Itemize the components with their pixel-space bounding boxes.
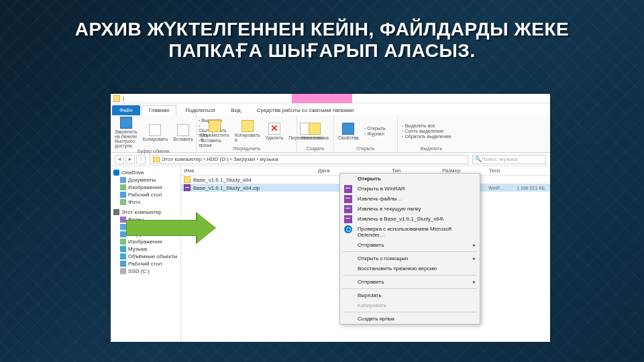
nav-music[interactable]: Музыка: [112, 245, 179, 253]
ctx-extract-here[interactable]: Извлечь в текущую папку: [340, 204, 480, 214]
ctx-open-winrar[interactable]: Открыть в WinRAR: [340, 184, 480, 194]
slide-title: АРХИВ ЖҮКТЕЛГЕННЕН КЕЙІН, ФАЙЛДАРДЫ ЖЕКЕ…: [54, 19, 590, 62]
nav-pictures[interactable]: Изображения: [112, 184, 179, 191]
col-tags: Теги: [489, 168, 500, 174]
qat-sep: |: [123, 95, 124, 101]
group-select-label: Выделить: [402, 145, 461, 151]
back-button[interactable]: ◄: [115, 155, 124, 164]
ctx-share[interactable]: Отправить: [340, 240, 480, 250]
defender-icon: [344, 225, 352, 233]
breadcrumb-text: Этот компьютер › HDD (D:) › Загрузки › м…: [162, 156, 278, 162]
nav-documents[interactable]: Документы: [112, 176, 179, 184]
explorer-window: | Файл Главная Поделиться Вид Средства р…: [111, 94, 550, 342]
file-name: Base_v1.6.1_Study_x64.zip: [193, 185, 260, 191]
ctx-extract-files[interactable]: Извлечь файлы…: [340, 194, 480, 204]
folder-icon: [153, 157, 160, 162]
ctx-open-with[interactable]: Открыть с помощью: [340, 253, 480, 263]
ctx-separator: [343, 251, 477, 252]
winrar-icon: [344, 195, 352, 203]
tab-share[interactable]: Поделиться: [178, 105, 222, 115]
select-none-button[interactable]: Снять выделение: [402, 129, 451, 133]
ctx-copy[interactable]: Копировать: [340, 300, 480, 310]
file-list: Имя Дата Тип Размер Теги Base_v1.6.1_Stu…: [181, 166, 550, 342]
nav-3d-objects[interactable]: Объёмные объекты: [112, 253, 179, 260]
nav-images-2[interactable]: Изображения: [112, 238, 179, 245]
breadcrumb[interactable]: Этот компьютер › HDD (D:) › Загрузки › м…: [150, 155, 468, 164]
ribbon-tabs: Файл Главная Поделиться Вид Средства раб…: [111, 103, 550, 115]
copy-to-button[interactable]: Копировать в: [235, 120, 260, 142]
search-input[interactable]: 🔍 Поиск: музыка: [472, 155, 546, 164]
delete-button[interactable]: Удалить: [266, 123, 284, 140]
nav-ssd[interactable]: SSD (C:): [112, 267, 179, 275]
ctx-extract-to[interactable]: Извлечь в Base_v1.6.1_Study_x64\: [340, 214, 480, 224]
col-name: Имя: [184, 168, 305, 174]
nav-videos[interactable]: Видео: [112, 216, 179, 223]
tab-file[interactable]: Файл: [112, 105, 140, 115]
address-bar-row: ◄ ► ↑ Этот компьютер › HDD (D:) › Загруз…: [111, 153, 550, 166]
properties-button[interactable]: Свойства: [338, 123, 359, 140]
ctx-defender[interactable]: Проверка с использованием Microsoft Defe…: [340, 224, 480, 240]
nav-pane: OneDrive Документы Изображения Рабочий с…: [111, 166, 181, 342]
file-meta: WinR… 1 166 011 КБ: [488, 186, 545, 190]
search-placeholder: Поиск: музыка: [482, 156, 518, 162]
folder-icon: [184, 176, 191, 183]
forward-button[interactable]: ►: [125, 155, 135, 164]
pin-button[interactable]: Закрепить на панели быстрого доступа: [115, 117, 138, 148]
ribbon: Закрепить на панели быстрого доступа Коп…: [111, 115, 550, 153]
group-new-label: Создать: [301, 145, 329, 151]
ctx-separator: [343, 275, 477, 276]
tab-home[interactable]: Главная: [142, 105, 176, 115]
ribbon-open-button[interactable]: Открыть: [364, 126, 386, 131]
nav-desktop-2[interactable]: Рабочий стол: [112, 260, 179, 267]
nav-downloads[interactable]: Загрузки: [112, 231, 179, 238]
folder-icon: [113, 95, 120, 102]
move-to-button[interactable]: Переместить в: [201, 120, 229, 142]
history-button[interactable]: Журнал: [364, 131, 386, 136]
up-button[interactable]: ↑: [136, 155, 146, 164]
ctx-send-to[interactable]: Отправить: [340, 277, 480, 287]
ctx-separator: [343, 288, 477, 289]
ctx-create-shortcut[interactable]: Создать ярлык: [340, 314, 480, 324]
context-menu: Открыть Открыть в WinRAR Извлечь файлы… …: [339, 173, 480, 324]
copy-button[interactable]: Копировать: [143, 124, 168, 141]
group-clipboard-label: Буфер обмена: [115, 148, 192, 154]
file-name: Base_v1.6.1_Study_x64: [193, 177, 252, 183]
ctx-restore[interactable]: Восстановить прежнюю версию: [340, 263, 480, 274]
group-open-label: Открыть: [338, 145, 393, 151]
nav-this-pc[interactable]: Этот компьютер: [112, 208, 179, 216]
nav-onedrive[interactable]: OneDrive: [112, 169, 179, 176]
ctx-separator: [343, 312, 477, 312]
nav-photo[interactable]: Фото: [112, 198, 179, 206]
paste-button[interactable]: Вставить: [173, 124, 193, 141]
select-all-button[interactable]: Выделить все: [402, 123, 451, 128]
invert-selection-button[interactable]: Обратить выделение: [402, 134, 451, 139]
ctx-open[interactable]: Открыть: [340, 174, 480, 184]
winrar-icon: [344, 185, 352, 193]
nav-documents-2[interactable]: Документы: [112, 223, 179, 231]
contextual-tab-extract: [292, 94, 352, 103]
nav-desktop[interactable]: Рабочий стол: [112, 191, 179, 198]
group-organize-label: Упорядочить: [201, 145, 292, 151]
ctx-cut[interactable]: Вырезать: [340, 290, 480, 300]
winrar-icon: [344, 215, 352, 223]
tab-view[interactable]: Вид: [223, 105, 248, 115]
tab-compress[interactable]: Средства работы со сжатыми папками: [250, 105, 361, 115]
search-icon: 🔍: [475, 156, 482, 162]
winrar-icon: [344, 205, 352, 213]
archive-icon: [184, 184, 191, 191]
